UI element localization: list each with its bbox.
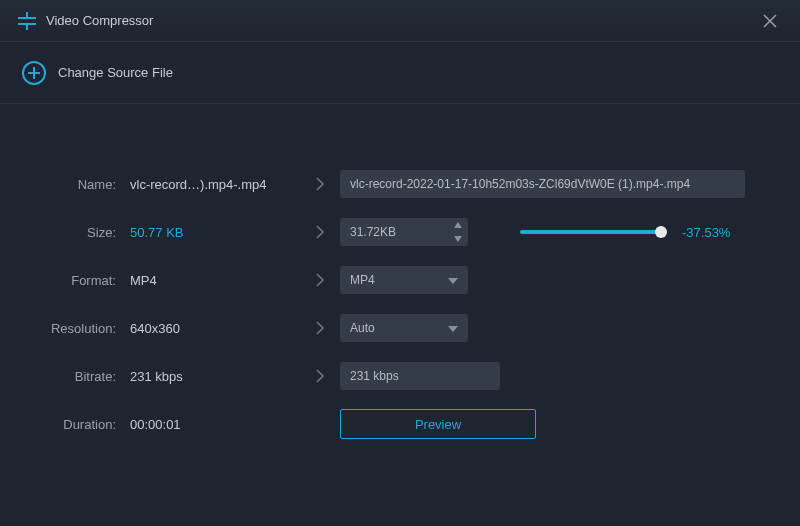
label-name: Name: [30,177,130,192]
toolbar: Change Source File [0,42,800,104]
preview-button[interactable]: Preview [340,409,536,439]
row-resolution: Resolution: 640x360 Auto [30,304,770,352]
row-size: Size: 50.77 KB -37.53% [30,208,770,256]
current-name: vlc-record…).mp4-.mp4 [130,177,300,192]
content: Name: vlc-record…).mp4-.mp4 Size: 50.77 … [0,104,800,448]
current-format: MP4 [130,273,300,288]
format-select-value: MP4 [350,273,375,287]
svg-marker-10 [448,278,458,284]
svg-rect-0 [26,12,28,17]
preview-label: Preview [415,417,461,432]
svg-rect-2 [18,17,36,19]
titlebar: Video Compressor [0,0,800,42]
arrow-icon [300,320,340,336]
row-name: Name: vlc-record…).mp4-.mp4 [30,160,770,208]
current-duration: 00:00:01 [130,417,300,432]
label-bitrate: Bitrate: [30,369,130,384]
slider-fill [520,230,661,234]
label-size: Size: [30,225,130,240]
resolution-select[interactable]: Auto [340,314,468,342]
arrow-icon [300,224,340,240]
row-format: Format: MP4 MP4 [30,256,770,304]
svg-rect-3 [18,23,36,25]
app-title: Video Compressor [46,13,153,28]
compression-percent: -37.53% [682,225,730,240]
arrow-icon [300,368,340,384]
label-resolution: Resolution: [30,321,130,336]
chevron-down-icon [448,273,458,287]
row-duration: Duration: 00:00:01 Preview [30,400,770,448]
change-source-label: Change Source File [58,65,173,80]
change-source-button[interactable]: Change Source File [22,61,173,85]
chevron-up-icon [454,222,462,228]
size-slider[interactable] [520,230,664,234]
slider-thumb[interactable] [655,226,667,238]
target-name-input[interactable] [340,170,745,198]
current-resolution: 640x360 [130,321,300,336]
chevron-down-icon [454,236,462,242]
format-select[interactable]: MP4 [340,266,468,294]
compressor-icon [18,12,36,30]
current-bitrate: 231 kbps [130,369,300,384]
resolution-select-value: Auto [350,321,375,335]
close-button[interactable] [758,9,782,33]
label-duration: Duration: [30,417,130,432]
target-bitrate-input[interactable] [340,362,500,390]
close-icon [763,14,777,28]
chevron-down-icon [448,321,458,335]
arrow-icon [300,176,340,192]
arrow-icon [300,272,340,288]
label-format: Format: [30,273,130,288]
size-step-up[interactable] [448,218,468,232]
current-size: 50.77 KB [130,225,300,240]
svg-marker-9 [454,236,462,242]
size-step-down[interactable] [448,232,468,246]
row-bitrate: Bitrate: 231 kbps [30,352,770,400]
svg-marker-11 [448,326,458,332]
svg-marker-8 [454,222,462,228]
plus-circle-icon [22,61,46,85]
svg-rect-1 [26,25,28,30]
